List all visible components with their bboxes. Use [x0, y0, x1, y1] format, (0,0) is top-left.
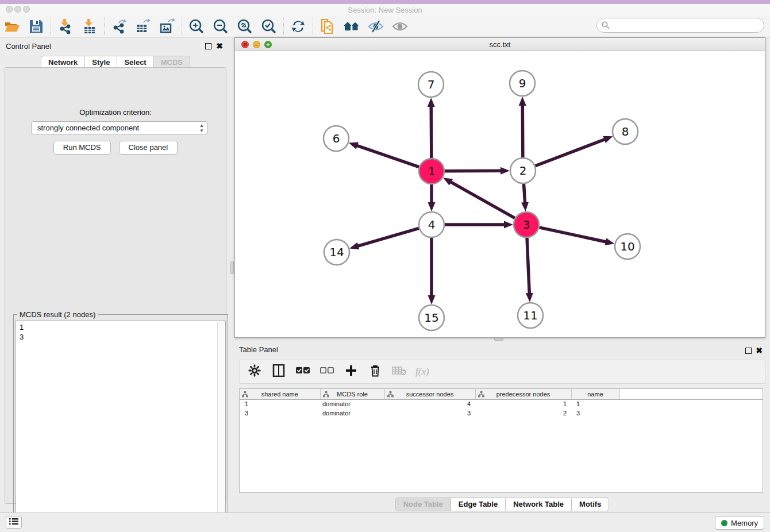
zoom-selected-icon — [261, 18, 277, 34]
optimization-label: Optimization criterion: — [5, 108, 226, 117]
zoom-selected-button[interactable] — [257, 17, 280, 36]
table-row[interactable]: 1dominator411 — [240, 399, 763, 408]
mcds-result-title: MCDS result (2 nodes) — [17, 310, 98, 319]
zoom-out-button[interactable] — [209, 17, 232, 36]
graph-node-14[interactable]: 14 — [324, 240, 349, 265]
export-network-button[interactable] — [107, 17, 130, 36]
table-cell: 2 — [475, 408, 571, 418]
mcds-result-group: MCDS result (2 nodes) 13 — [13, 314, 228, 530]
svg-text:1: 1 — [428, 164, 436, 178]
edge-4-14 — [357, 228, 419, 246]
graph-node-10[interactable]: 10 — [615, 234, 640, 259]
network-canvas[interactable]: 7968124314101511 — [235, 51, 765, 337]
show-hidden-button[interactable] — [388, 17, 411, 36]
save-session-button[interactable] — [25, 17, 48, 36]
svg-text:10: 10 — [620, 240, 634, 253]
close-panel-button[interactable]: Close panel — [119, 141, 178, 155]
run-mcds-button[interactable]: Run MCDS — [53, 141, 111, 155]
graph-node-15[interactable]: 15 — [419, 305, 444, 330]
graph-node-9[interactable]: 9 — [510, 71, 535, 96]
table-tab-motifs[interactable]: Motifs — [571, 498, 609, 511]
clone-network-button[interactable] — [316, 17, 339, 36]
edge-3-1 — [450, 182, 515, 218]
clone-network-icon — [319, 18, 336, 35]
search-input[interactable] — [596, 18, 764, 33]
network-window-titlebar[interactable]: ✕ – + scc.txt — [235, 38, 765, 51]
hide-selected-button[interactable] — [364, 17, 387, 36]
svg-text:11: 11 — [523, 309, 537, 322]
edge-1-7 — [431, 106, 432, 158]
open-file-icon — [3, 19, 21, 34]
eye-icon — [391, 20, 409, 33]
task-history-button[interactable] — [6, 516, 22, 529]
mcds-result-list: 13 — [16, 321, 226, 528]
gear-icon — [248, 364, 261, 379]
function-builder-button[interactable]: f(x) — [415, 366, 429, 377]
show-all-button[interactable] — [340, 17, 363, 36]
table-cell: 3 — [571, 408, 619, 418]
table-panel: Table Panel ✖ f(x) shared nameMCDS roles… — [234, 342, 770, 511]
graph-node-3[interactable]: 3 — [514, 212, 539, 237]
columns-icon — [272, 364, 285, 379]
table-panel-close-button[interactable]: ✖ — [756, 346, 763, 355]
add-column-button[interactable] — [343, 364, 359, 380]
svg-text:14: 14 — [329, 245, 344, 259]
vertical-splitter-handle[interactable] — [230, 261, 234, 274]
arrowhead-icon — [519, 97, 526, 106]
toolbar-separator — [283, 18, 284, 35]
export-table-icon — [135, 18, 151, 34]
table-toolbar: f(x) — [239, 360, 765, 384]
table-tab-network-table[interactable]: Network Table — [505, 498, 571, 511]
network-window-title: scc.txt — [235, 40, 765, 49]
table-options-button[interactable] — [247, 364, 263, 380]
column-header-MCDS-role[interactable]: MCDS role — [320, 389, 384, 399]
import-network-button[interactable] — [54, 17, 77, 36]
control-panel-title: Control Panel — [6, 42, 51, 51]
graph-node-6[interactable]: 6 — [324, 126, 349, 151]
svg-text:4: 4 — [428, 218, 436, 232]
refresh-layout-button[interactable] — [287, 17, 310, 36]
column-header-name[interactable]: name — [571, 389, 619, 399]
criterion-select[interactable]: strongly connected component ▲▼ — [31, 121, 208, 134]
select-none-icon — [320, 367, 334, 377]
table-tab-node-table[interactable]: Node Table — [395, 498, 451, 511]
app-titlebar: Session: New Session — [0, 4, 770, 16]
arrowhead-icon — [603, 136, 613, 143]
zoom-in-button[interactable] — [185, 17, 208, 36]
import-network-icon — [57, 18, 74, 34]
table-row[interactable]: 3dominator323 — [240, 408, 763, 418]
show-columns-button[interactable] — [271, 364, 287, 380]
column-header-successor-nodes[interactable]: successor nodes — [384, 389, 475, 399]
export-image-button[interactable] — [156, 17, 179, 36]
export-table-button[interactable] — [132, 17, 155, 36]
zoom-fit-button[interactable] — [233, 17, 256, 36]
control-panel-float-button[interactable] — [205, 43, 211, 49]
select-all-button[interactable] — [295, 364, 311, 380]
export-image-icon — [159, 18, 175, 34]
graph-node-2[interactable]: 2 — [510, 158, 536, 183]
mcds-result-item: 3 — [20, 332, 225, 342]
graph-node-1[interactable]: 1 — [419, 159, 444, 184]
graph-node-11[interactable]: 11 — [518, 303, 543, 328]
graph-node-4[interactable]: 4 — [419, 212, 444, 237]
column-header-predecessor-nodes[interactable]: predecessor nodes — [475, 389, 571, 399]
edge-3-11 — [527, 238, 529, 294]
table-tab-edge-table[interactable]: Edge Table — [451, 498, 505, 511]
svg-text:9: 9 — [519, 76, 526, 90]
open-file-button[interactable] — [1, 17, 24, 36]
column-header-shared-name[interactable]: shared name — [240, 389, 320, 399]
delete-column-button[interactable] — [367, 364, 383, 380]
memory-button[interactable]: Memory — [715, 516, 764, 530]
add-icon — [345, 365, 357, 379]
control-panel-close-button[interactable]: ✖ — [216, 41, 223, 51]
import-table-button[interactable] — [78, 17, 101, 36]
table-panel-float-button[interactable] — [745, 348, 752, 354]
delete-table-button[interactable] — [391, 364, 407, 380]
eye-slash-icon — [367, 20, 384, 33]
select-none-button[interactable] — [319, 364, 335, 380]
result-scrollbar[interactable] — [217, 322, 225, 527]
svg-text:15: 15 — [424, 311, 438, 325]
svg-text:6: 6 — [333, 132, 340, 145]
graph-node-7[interactable]: 7 — [418, 72, 444, 97]
graph-node-8[interactable]: 8 — [613, 119, 638, 144]
